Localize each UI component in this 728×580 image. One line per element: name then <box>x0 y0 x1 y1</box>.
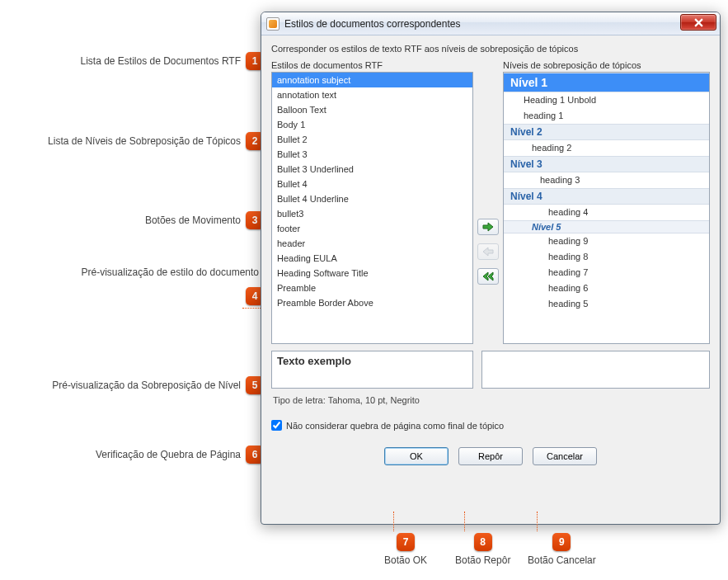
move-right-button[interactable] <box>477 219 499 235</box>
callout-1: Lista de Estilos de Documentos RTF 1 <box>0 52 264 70</box>
callout-label: Lista de Níveis de Sobreposição de Tópic… <box>48 135 246 147</box>
callout-8: 8 Botão Repôr <box>455 533 510 566</box>
callout-5: Pré-visualização da Sobreposição de Níve… <box>0 376 264 394</box>
callout-3: Botões de Movimento 3 <box>0 211 264 229</box>
level-item[interactable]: Heading 1 Unbold <box>504 92 709 108</box>
close-icon <box>694 18 703 27</box>
rtf-style-item[interactable]: header <box>272 236 472 251</box>
rtf-style-item[interactable]: Bullet 4 Underline <box>272 191 472 206</box>
levels-column: Níveis de sobreposição de tópicos Nível … <box>503 60 710 344</box>
rtf-styles-column: Estilos de documentos RTF annotation sub… <box>271 60 473 344</box>
level-item[interactable]: heading 7 <box>504 265 709 281</box>
levels-tree[interactable]: Nível 1Heading 1 Unboldheading 1Nível 2h… <box>503 72 710 344</box>
levels-label: Níveis de sobreposição de tópicos <box>503 60 710 70</box>
callout-label: Botões de Movimento <box>145 215 246 226</box>
connector <box>537 512 538 531</box>
preview-text: Texto exemplo <box>277 355 351 367</box>
callout-badge: 7 <box>397 533 415 551</box>
move-all-left-button[interactable] <box>477 268 499 285</box>
rtf-style-item[interactable]: annotation subject <box>272 73 472 87</box>
rtf-styles-label: Estilos de documentos RTF <box>271 60 473 70</box>
rtf-style-item[interactable]: footer <box>272 221 472 236</box>
rtf-style-item[interactable]: Preamble <box>272 281 472 295</box>
rtf-style-item[interactable]: Balloon Text <box>272 102 472 117</box>
arrow-right-icon <box>482 222 494 232</box>
level-item[interactable]: heading 1 <box>504 108 709 124</box>
titlebar[interactable]: Estilos de documentos correspondentes <box>261 12 720 35</box>
level-header[interactable]: Nível 3 <box>504 156 709 172</box>
reset-button[interactable]: Repôr <box>458 447 523 465</box>
close-button[interactable] <box>680 14 716 31</box>
dialog-window: Estilos de documentos correspondentes Co… <box>261 12 721 525</box>
connector <box>393 512 394 531</box>
callout-label: Verificação de Quebra de Página <box>96 449 246 460</box>
level-item[interactable]: heading 2 <box>504 140 709 156</box>
dialog-button-row: OK Repôr Cancelar <box>271 447 710 465</box>
level-item[interactable]: heading 4 <box>504 205 709 220</box>
window-title: Estilos de documentos correspondentes <box>284 18 460 30</box>
move-left-button[interactable] <box>477 243 499 260</box>
rtf-style-item[interactable]: Bullet 4 <box>272 177 472 191</box>
rtf-style-item[interactable]: annotation text <box>272 87 472 102</box>
callout-badge: 9 <box>552 533 571 551</box>
move-buttons-column <box>473 60 503 344</box>
level-header[interactable]: Nível 1 <box>504 73 709 92</box>
page-break-checkbox-row: Não considerar quebra de página como fin… <box>271 420 710 431</box>
callout-4-badge: 4 <box>223 287 264 305</box>
page-break-label: Não considerar quebra de página como fin… <box>286 421 504 431</box>
callout-label: Botão OK <box>384 551 427 566</box>
rtf-style-item[interactable]: Bullet 3 <box>272 147 472 162</box>
page-break-checkbox[interactable] <box>271 420 282 431</box>
rtf-style-item[interactable]: Preamble Border Above <box>272 295 472 310</box>
rtf-styles-list[interactable]: annotation subjectannotation textBalloon… <box>271 72 473 344</box>
dialog-body: Corresponder os estilos de texto RTF aos… <box>261 35 720 472</box>
callout-7: 7 Botão OK <box>384 533 427 566</box>
app-icon <box>266 17 279 31</box>
level-item[interactable]: heading 8 <box>504 249 709 265</box>
intro-text: Corresponder os estilos de texto RTF aos… <box>271 44 710 54</box>
callout-label: Pré-visualização de estilo do documento <box>82 266 264 278</box>
rtf-style-item[interactable]: Heading Software Title <box>272 266 472 281</box>
callout-label: Botão Cancelar <box>528 551 596 566</box>
rtf-style-item[interactable]: Heading EULA <box>272 251 472 266</box>
level-item[interactable]: heading 9 <box>504 233 709 249</box>
callout-badge: 8 <box>474 533 492 551</box>
level-item[interactable]: heading 5 <box>504 296 709 312</box>
level-item[interactable]: heading 6 <box>504 281 709 296</box>
callout-9: 9 Botão Cancelar <box>528 533 596 566</box>
connector <box>464 512 465 531</box>
level-header[interactable]: Nível 5 <box>504 220 709 233</box>
level-header[interactable]: Nível 2 <box>504 124 709 140</box>
callout-label: Pré-visualização da Sobreposição de Níve… <box>52 380 246 391</box>
callout-4: Pré-visualização de estilo do documento <box>0 266 264 278</box>
level-overlay-preview <box>481 351 710 389</box>
rtf-style-item[interactable]: Bullet 2 <box>272 132 472 147</box>
rtf-style-item[interactable]: bullet3 <box>272 206 472 221</box>
arrow-left-icon <box>482 247 494 257</box>
cancel-button[interactable]: Cancelar <box>533 447 597 465</box>
callout-label: Botão Repôr <box>455 551 510 566</box>
double-arrow-left-icon <box>482 271 494 281</box>
callout-6: Verificação de Quebra de Página 6 <box>0 446 264 464</box>
level-item[interactable]: heading 3 <box>504 172 709 188</box>
document-style-preview: Texto exemplo <box>271 351 473 389</box>
rtf-style-item[interactable]: Bullet 3 Underlined <box>272 162 472 177</box>
ok-button[interactable]: OK <box>384 447 449 465</box>
level-header[interactable]: Nível 4 <box>504 188 709 205</box>
rtf-style-item[interactable]: Body 1 <box>272 117 472 132</box>
font-description: Tipo de letra: Tahoma, 10 pt, Negrito <box>271 394 710 407</box>
callout-label: Lista de Estilos de Documentos RTF <box>80 55 246 67</box>
callout-2: Lista de Níveis de Sobreposição de Tópic… <box>0 132 264 150</box>
